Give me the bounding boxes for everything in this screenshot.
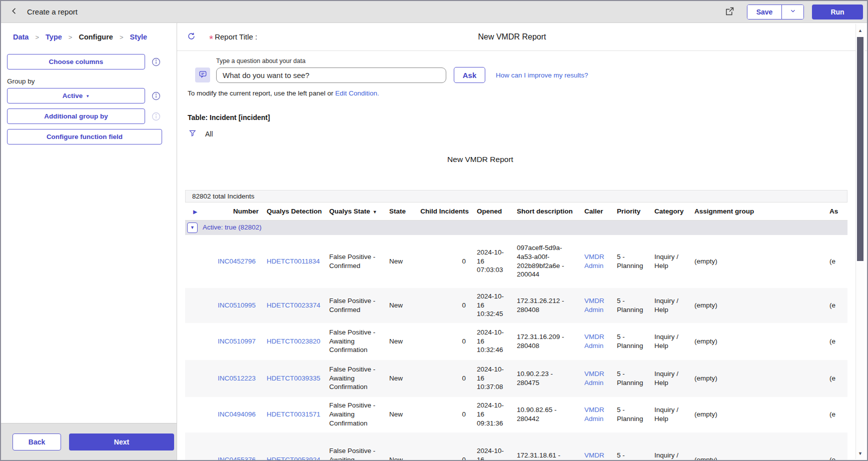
cell-detection: HDETCT0023820	[263, 323, 325, 360]
chevron-down-icon	[789, 8, 796, 16]
cell-number: INC0452796	[205, 235, 263, 288]
detection-link[interactable]: HDETCT0023374	[267, 302, 320, 309]
column-header-assignment-group[interactable]: Assignment group	[690, 202, 825, 220]
breadcrumb-item-configure[interactable]: Configure	[79, 33, 113, 41]
cell-priority: 5 - Planning	[613, 397, 650, 432]
additional-group-by-button[interactable]: Additional group by	[7, 108, 145, 124]
cell-number: INC0512223	[205, 360, 263, 397]
detection-link[interactable]: HDETCT0039335	[267, 374, 320, 382]
column-header-expand[interactable]: ▶	[185, 202, 205, 220]
source-table-label: Table: Incident [incident]	[188, 114, 270, 122]
caller-link[interactable]: VMDR Admin	[584, 253, 604, 270]
cell-child_incidents: 0	[415, 360, 473, 397]
chat-button[interactable]	[195, 68, 210, 82]
column-header-number[interactable]: Number	[205, 202, 263, 220]
save-menu-button[interactable]	[781, 5, 803, 19]
choose-columns-button[interactable]: Choose columns	[7, 54, 145, 70]
cell-child_incidents: 0	[415, 235, 473, 288]
share-button[interactable]	[723, 6, 736, 18]
table-row: INC0452796HDETCT0011834False Positive - …	[185, 235, 847, 288]
column-header-opened[interactable]: Opened	[473, 202, 513, 220]
cell-detection: HDETCT0031571	[263, 397, 325, 432]
cell-assignment_group: (empty)	[690, 288, 825, 323]
back-button[interactable]	[8, 6, 21, 18]
cell-caller: VMDR Admin	[580, 235, 613, 288]
column-header-caller[interactable]: Caller	[580, 202, 613, 220]
caller-link[interactable]: VMDR Admin	[584, 297, 604, 314]
cell-number: INC0510997	[205, 323, 263, 360]
detection-link[interactable]: HDETCT0011834	[267, 258, 320, 265]
improve-results-link[interactable]: How can I improve my results?	[496, 72, 588, 79]
edit-condition-link[interactable]: Edit Condition.	[335, 90, 379, 97]
table-row: INC0494096HDETCT0031571False Positive - …	[185, 397, 847, 432]
cell-category: Inquiry / Help	[650, 235, 690, 288]
vertical-scrollbar[interactable]: ▲ ▼	[855, 24, 864, 459]
group-by-dropdown[interactable]: Active▼	[7, 88, 145, 104]
filter-condition-label[interactable]: All	[205, 130, 213, 138]
column-header-as[interactable]: As	[825, 202, 847, 220]
cell-expand	[185, 235, 205, 288]
ask-button[interactable]: Ask	[454, 67, 485, 83]
group-by-info-icon[interactable]	[150, 90, 162, 102]
wizard-back-button[interactable]: Back	[13, 434, 61, 450]
number-link[interactable]: INC0510995	[218, 302, 256, 309]
cell-assignment_group: (empty)	[690, 323, 825, 360]
cell-assigned_to: (e	[825, 432, 847, 460]
cell-expand	[185, 432, 205, 460]
cell-opened: 2024-10-16 09:31:36	[473, 397, 513, 432]
collapse-group-button[interactable]: ▼	[187, 222, 198, 233]
cell-child_incidents: 0	[415, 288, 473, 323]
scrollbar-thumb[interactable]	[857, 37, 863, 261]
caller-link[interactable]: VMDR Admin	[584, 370, 604, 386]
caller-link[interactable]: VMDR Admin	[584, 406, 604, 422]
scroll-down-icon[interactable]: ▼	[856, 451, 864, 456]
detection-link[interactable]: HDETCT0023820	[267, 338, 320, 345]
number-link[interactable]: INC0455376	[218, 456, 256, 460]
detection-link[interactable]: HDETCT0053924	[267, 456, 320, 460]
run-button[interactable]: Run	[812, 4, 863, 20]
column-header-category[interactable]: Category	[650, 202, 690, 220]
caller-link[interactable]: VMDR Admin	[584, 333, 604, 350]
number-link[interactable]: INC0494096	[218, 410, 256, 418]
cell-expand	[185, 323, 205, 360]
breadcrumb-item-data[interactable]: Data	[13, 33, 29, 41]
caret-down-icon: ▼	[86, 94, 90, 98]
ask-question-input[interactable]	[216, 68, 446, 83]
cell-child_incidents: 0	[415, 323, 473, 360]
column-header-short-description[interactable]: Short description	[513, 202, 580, 220]
configure-function-field-button[interactable]: Configure function field	[7, 129, 162, 144]
cell-assigned_to: (e	[825, 360, 847, 397]
wizard-next-button[interactable]: Next	[69, 434, 174, 450]
expand-rows-icon[interactable]: ▶	[193, 209, 197, 214]
choose-columns-info-icon[interactable]	[150, 56, 162, 68]
filter-funnel-icon[interactable]	[189, 129, 197, 139]
number-link[interactable]: INC0452796	[218, 258, 256, 265]
caller-link[interactable]: VMDR Admin	[584, 452, 604, 460]
report-preview-title: New VMDR Report	[185, 155, 775, 164]
cell-detection: HDETCT0011834	[263, 235, 325, 288]
detection-link[interactable]: HDETCT0031571	[267, 410, 320, 418]
filter-row: All	[189, 129, 213, 139]
number-link[interactable]: INC0512223	[218, 374, 256, 382]
column-header-qualys-detection[interactable]: Qualys Detection	[263, 202, 325, 220]
breadcrumb-item-style[interactable]: Style	[130, 33, 147, 41]
cell-qualys_state: False Positive - Awaiting Confirmation	[325, 432, 385, 460]
column-header-state[interactable]: State	[385, 202, 415, 220]
number-link[interactable]: INC0510997	[218, 338, 256, 345]
breadcrumb-item-type[interactable]: Type	[46, 33, 62, 41]
column-header-priority[interactable]: Priority	[613, 202, 650, 220]
scroll-up-icon[interactable]: ▲	[856, 28, 864, 33]
column-header-child-incidents[interactable]: Child Incidents	[415, 202, 473, 220]
sort-desc-icon[interactable]: ▼	[373, 210, 377, 214]
cell-number: INC0455376	[205, 432, 263, 460]
cell-opened: 2024-10-16 07:03:03	[473, 235, 513, 288]
report-title-value[interactable]: New VMDR Report	[177, 32, 847, 42]
breadcrumb: Data>Type>Configure>Style	[1, 23, 177, 41]
breadcrumb-separator: >	[35, 34, 39, 41]
table-row: INC0510995HDETCT0023374False Positive - …	[185, 288, 847, 323]
group-row-label[interactable]: Active: true (82802)	[203, 224, 262, 231]
cell-priority: 5 - Planning	[613, 323, 650, 360]
cell-assignment_group: (empty)	[690, 360, 825, 397]
column-header-qualys-state[interactable]: Qualys State▼	[325, 202, 385, 220]
save-button[interactable]: Save	[747, 5, 781, 19]
